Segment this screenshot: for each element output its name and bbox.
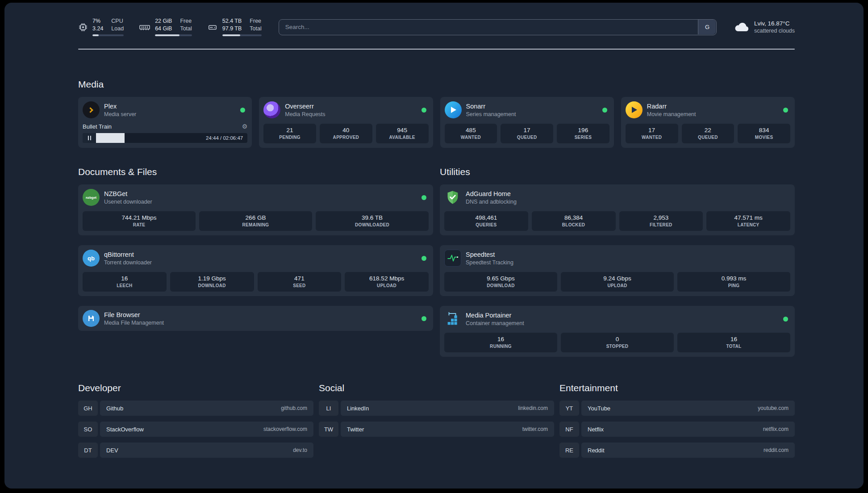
cloud-icon [734, 21, 750, 33]
memory-total-value: 64 GiB [155, 25, 172, 33]
bookmark-linkedin[interactable]: LI LinkedIn linkedin.com [319, 401, 554, 416]
service-description: Media server [104, 111, 136, 118]
stat-box: 498,461 QUERIES [444, 211, 528, 231]
stat-box: 39.6 TB DOWNLOADED [316, 211, 429, 231]
bookmark-url: github.com [281, 405, 307, 411]
stat-value: 39.6 TB [317, 214, 427, 221]
stat-box: 945 AVAILABLE [376, 124, 429, 143]
bookmark-name: StackOverflow [106, 426, 144, 433]
stat-value: 0.993 ms [679, 275, 789, 282]
stat-box: 471 SEED [258, 272, 342, 292]
disk-icon [207, 22, 218, 32]
section-title-entertainment: Entertainment [559, 383, 795, 393]
service-name: NZBGet [104, 190, 152, 198]
service-name: Overseerr [285, 102, 325, 111]
service-card-filebrowser[interactable]: File Browser Media File Management [78, 306, 433, 331]
stat-value: 834 [739, 127, 789, 134]
stat-value: 2,953 [621, 214, 701, 221]
settings-icon[interactable]: ⚙ [242, 123, 248, 130]
weather-widget: Lviv, 16.87°C scattered clouds [734, 20, 795, 35]
stat-value: 47.571 ms [708, 214, 789, 221]
bookmark-name: YouTube [588, 405, 610, 412]
bookmark-name: Twitter [347, 426, 364, 433]
section-title-media: Media [78, 79, 795, 90]
bookmark-abbr: LI [319, 401, 338, 416]
stat-label: RATE [84, 222, 194, 227]
service-description: Torrent downloader [104, 259, 152, 266]
stat-value: 0 [563, 336, 672, 343]
service-card-nzbget[interactable]: nzbget NZBGet Usenet downloader 744.21 M… [78, 184, 433, 235]
bookmark-url: reddit.com [764, 447, 789, 453]
disk-widget: 52.4 TB Free 97.9 TB Total [207, 18, 262, 36]
service-card-qbittorrent[interactable]: qb qBittorrent Torrent downloader 16 LEE… [78, 245, 433, 296]
stat-label: APPROVED [321, 135, 371, 140]
service-card-speedtest[interactable]: Speedtest Speedtest Tracking 9.65 Gbps D… [440, 245, 795, 296]
stat-label: TOTAL [679, 344, 789, 349]
stat-box: 17 QUEUED [501, 124, 553, 143]
portainer-icon [444, 310, 461, 327]
status-dot [783, 108, 788, 113]
service-name: Sonarr [466, 102, 516, 111]
section-documents: Documents & Files nzbget NZBGet Usenet d… [78, 167, 433, 357]
qbittorrent-icon-text: qb [88, 255, 95, 262]
stat-label: DOWNLOADED [317, 222, 427, 227]
search-provider-button[interactable]: G [698, 20, 716, 34]
memory-meter [155, 34, 192, 36]
service-description: DNS and adblocking [466, 198, 517, 205]
playback-time: 24:44 / 02:06:47 [206, 133, 243, 143]
search-bar: G [279, 19, 717, 35]
bookmark-youtube[interactable]: YT YouTube youtube.com [559, 401, 795, 416]
service-description: Media Requests [285, 111, 325, 118]
service-card-adguard[interactable]: AdGuard Home DNS and adblocking 498,461 … [440, 184, 795, 235]
status-dot [240, 108, 245, 113]
bookmark-url: dev.to [293, 447, 307, 453]
stat-label: AVAILABLE [378, 135, 427, 140]
section-title-utilities: Utilities [440, 167, 795, 177]
stat-box: 16 TOTAL [677, 333, 790, 352]
bookmark-url: netflix.com [763, 426, 789, 432]
bookmark-group-social: Social LI LinkedIn linkedin.com TW Twitt… [319, 383, 554, 464]
stat-value: 9.65 Gbps [446, 275, 555, 282]
cpu-usage-label: CPU [111, 18, 124, 25]
service-card-radarr[interactable]: Radarr Movie management 17 WANTED 22 QUE… [621, 97, 795, 148]
stat-value: 40 [321, 127, 371, 134]
status-dot [421, 195, 426, 200]
stat-value: 21 [265, 127, 314, 134]
stat-box: 17 WANTED [626, 124, 678, 143]
stat-box: 266 GB REMAINING [199, 211, 312, 231]
service-name: Radarr [647, 102, 696, 111]
bookmark-github[interactable]: GH Github github.com [78, 401, 313, 416]
stat-value: 22 [684, 127, 733, 134]
bookmark-dev[interactable]: DT DEV dev.to [78, 443, 313, 458]
stat-box: 22 QUEUED [682, 124, 734, 143]
bookmark-reddit[interactable]: RE Reddit reddit.com [559, 443, 795, 458]
memory-total-label: Total [180, 25, 192, 33]
service-description: Series management [466, 111, 516, 118]
now-playing-title: Bullet Train [83, 123, 112, 130]
stat-label: DOWNLOAD [446, 283, 555, 288]
stat-label: DOWNLOAD [172, 283, 252, 288]
status-dot [421, 108, 426, 113]
stat-value: 86,384 [534, 214, 614, 221]
stat-box: 1.19 Gbps DOWNLOAD [170, 272, 254, 292]
bookmark-twitter[interactable]: TW Twitter twitter.com [319, 422, 554, 437]
bookmark-url: linkedin.com [518, 405, 548, 411]
status-dot [421, 256, 426, 261]
stat-value: 498,461 [446, 214, 526, 221]
status-dot [421, 316, 426, 321]
stat-box: 0.993 ms PING [677, 272, 790, 292]
service-card-overseerr[interactable]: Overseerr Media Requests 21 PENDING 40 A… [259, 97, 433, 148]
radarr-icon [626, 101, 643, 118]
bookmark-group-developer: Developer GH Github github.com SO StackO… [78, 383, 313, 464]
service-card-sonarr[interactable]: Sonarr Series management 485 WANTED 17 Q… [440, 97, 614, 148]
pause-button[interactable] [83, 133, 96, 143]
cpu-load-label: Load [111, 25, 124, 33]
search-input[interactable] [279, 19, 717, 35]
stat-label: SERIES [559, 135, 608, 140]
bookmark-netflix[interactable]: NF Netflix netflix.com [559, 422, 795, 437]
service-card-plex[interactable]: Plex Media server Bullet Train ⚙ 24:44 /… [78, 97, 252, 148]
bookmark-stackoverflow[interactable]: SO StackOverflow stackoverflow.com [78, 422, 313, 437]
stat-label: LATENCY [708, 222, 789, 227]
service-card-portainer[interactable]: Media Portainer Container management 16 … [440, 306, 795, 357]
sonarr-icon [445, 101, 462, 118]
